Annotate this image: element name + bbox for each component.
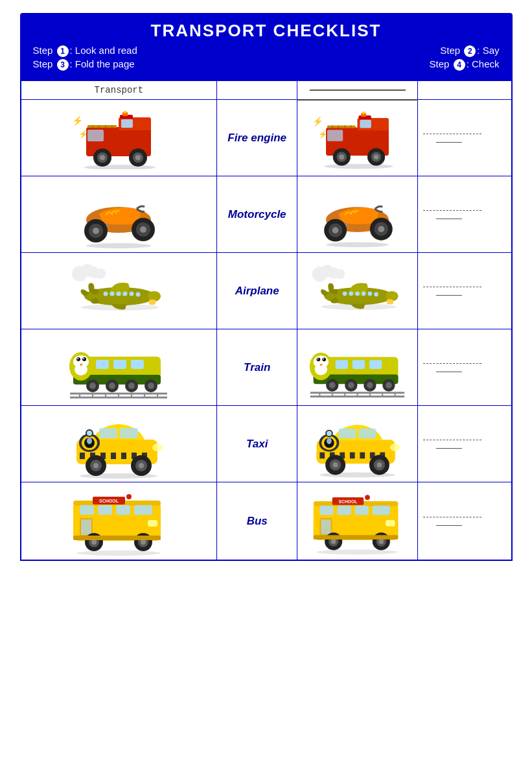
svg-point-132 bbox=[329, 382, 336, 388]
page-title: TRANSPORT CHECKLIST bbox=[33, 21, 500, 41]
taxi-image-cell bbox=[21, 406, 217, 482]
taxi-svg bbox=[67, 407, 170, 479]
svg-point-82 bbox=[349, 291, 354, 296]
motorcycle-image-cell bbox=[21, 176, 217, 253]
check-line-short[interactable] bbox=[436, 295, 462, 296]
step1-label: Step 1: Look and read bbox=[33, 45, 263, 57]
svg-point-48 bbox=[140, 226, 146, 233]
train-image2-cell bbox=[297, 329, 418, 406]
fire-engine-svg2: ⚡ ⚡ bbox=[307, 104, 408, 169]
svg-point-187 bbox=[327, 431, 332, 436]
table-row: Motorcycle bbox=[21, 176, 512, 253]
motorcycle-svg bbox=[67, 178, 170, 249]
svg-point-83 bbox=[343, 291, 347, 296]
svg-rect-153 bbox=[111, 453, 116, 459]
col-check-header bbox=[418, 80, 512, 100]
svg-point-202 bbox=[126, 494, 132, 499]
svg-rect-179 bbox=[360, 452, 365, 458]
check-line-short[interactable] bbox=[436, 219, 462, 219]
svg-rect-178 bbox=[350, 452, 355, 458]
svg-point-40 bbox=[374, 154, 379, 160]
svg-point-78 bbox=[374, 292, 378, 296]
svg-point-192 bbox=[333, 462, 338, 468]
fire-engine-image2-cell: ⚡ ⚡ bbox=[297, 100, 418, 176]
fire-engine-image-cell: ⚡ ⚡ bbox=[21, 100, 217, 176]
svg-point-71 bbox=[81, 304, 159, 311]
svg-point-195 bbox=[377, 462, 382, 468]
airplane-svg2 bbox=[307, 254, 408, 326]
svg-point-167 bbox=[93, 463, 98, 468]
svg-rect-8 bbox=[87, 130, 104, 141]
svg-point-105 bbox=[128, 383, 135, 389]
svg-rect-175 bbox=[320, 452, 325, 458]
check-line-short[interactable] bbox=[436, 372, 462, 372]
svg-rect-97 bbox=[96, 360, 109, 369]
check-line-long[interactable] bbox=[423, 440, 481, 440]
check-lines-airplane bbox=[418, 280, 511, 302]
step4-label: Step 4: Check bbox=[270, 58, 500, 71]
check-line-long[interactable] bbox=[423, 517, 481, 517]
svg-rect-217 bbox=[73, 536, 161, 540]
svg-point-160 bbox=[87, 438, 92, 444]
fire-engine-svg: ⚡ ⚡ bbox=[67, 104, 170, 169]
svg-point-37 bbox=[340, 154, 345, 160]
check-line-long[interactable] bbox=[423, 210, 481, 211]
svg-rect-154 bbox=[121, 453, 126, 459]
svg-rect-164 bbox=[120, 428, 138, 438]
step2-num: 2 bbox=[464, 45, 476, 57]
svg-point-236 bbox=[379, 539, 384, 544]
motorcycle-image2-cell bbox=[297, 176, 418, 253]
motorcycle-svg2 bbox=[307, 178, 408, 249]
check-line-short[interactable] bbox=[436, 525, 462, 526]
bus-svg2: SCHOOL bbox=[307, 482, 408, 557]
check-lines-train bbox=[418, 357, 511, 379]
svg-rect-216 bbox=[148, 520, 157, 527]
check-line-long[interactable] bbox=[423, 134, 481, 134]
svg-point-45 bbox=[93, 228, 99, 234]
check-lines-bus bbox=[418, 510, 511, 532]
taxi-image2-cell bbox=[297, 406, 418, 482]
svg-point-95 bbox=[77, 358, 78, 359]
svg-rect-163 bbox=[99, 428, 117, 438]
svg-rect-70 bbox=[149, 300, 156, 305]
check-line-short[interactable] bbox=[436, 142, 462, 143]
table-row: Taxi bbox=[21, 406, 512, 482]
svg-rect-203 bbox=[80, 505, 94, 515]
svg-point-239 bbox=[317, 550, 399, 555]
svg-rect-206 bbox=[134, 505, 152, 515]
svg-rect-230 bbox=[326, 519, 331, 534]
table-row: Train bbox=[21, 329, 512, 406]
check-lines-motorcycle bbox=[418, 204, 511, 226]
svg-point-20 bbox=[84, 165, 156, 169]
svg-text:⚡: ⚡ bbox=[72, 115, 84, 126]
taxi-check-cell bbox=[418, 406, 512, 482]
step1-num: 1 bbox=[57, 45, 69, 57]
page: TRANSPORT CHECKLIST Step 1: Look and rea… bbox=[20, 13, 513, 561]
check-lines-taxi bbox=[418, 433, 511, 455]
bus-image2-cell: SCHOOL bbox=[297, 482, 418, 561]
svg-rect-205 bbox=[116, 505, 130, 515]
bus-image-cell: SCHOOL bbox=[21, 482, 217, 561]
svg-point-96 bbox=[83, 358, 84, 359]
train-check-cell bbox=[418, 329, 512, 406]
header: TRANSPORT CHECKLIST Step 1: Look and rea… bbox=[20, 13, 513, 80]
svg-rect-29 bbox=[327, 130, 343, 141]
check-line-long[interactable] bbox=[423, 363, 481, 364]
svg-rect-227 bbox=[373, 506, 390, 515]
svg-rect-6 bbox=[124, 111, 126, 113]
check-line-long[interactable] bbox=[423, 287, 481, 287]
svg-point-94 bbox=[82, 357, 86, 361]
svg-rect-189 bbox=[359, 428, 376, 438]
col-image2-header bbox=[297, 80, 418, 100]
svg-rect-128 bbox=[336, 360, 348, 369]
svg-point-196 bbox=[390, 443, 400, 451]
svg-point-134 bbox=[348, 382, 354, 388]
svg-point-125 bbox=[322, 357, 326, 361]
header-steps: Step 1: Look and read Step 2: Say Step 3… bbox=[33, 45, 500, 71]
step4-num: 4 bbox=[454, 59, 465, 71]
svg-point-127 bbox=[323, 358, 324, 359]
svg-text:SCHOOL: SCHOOL bbox=[339, 499, 358, 504]
bus-label: Bus bbox=[217, 482, 297, 561]
svg-rect-225 bbox=[338, 506, 351, 515]
check-line-short[interactable] bbox=[436, 448, 462, 449]
